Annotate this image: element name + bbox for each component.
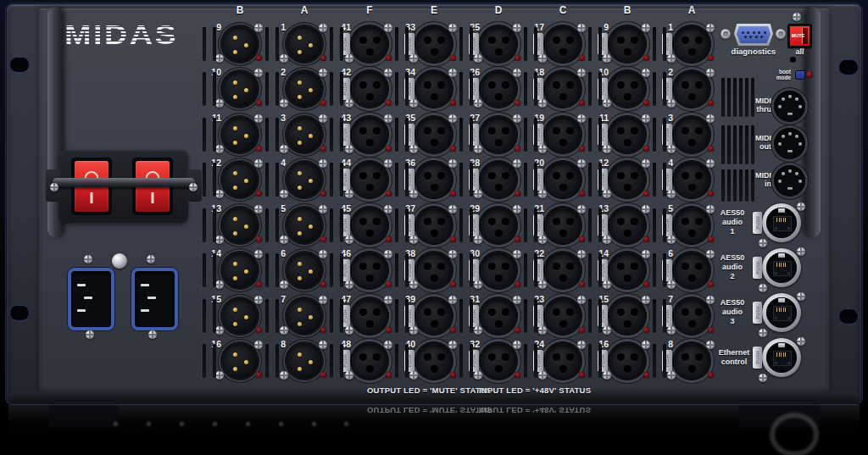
- aes50-audio-port-3[interactable]: [762, 293, 801, 332]
- input-led-note: INPUT LED = '+48V' STATUS: [479, 386, 591, 395]
- xlr-female-connector[interactable]: [481, 26, 516, 62]
- xlr-female-connector[interactable]: [416, 117, 452, 153]
- xlr-female-connector[interactable]: [481, 252, 516, 288]
- push-tab[interactable]: PUSH: [753, 257, 762, 279]
- xlr-hole: [488, 172, 496, 180]
- xlr-female-connector[interactable]: [545, 26, 581, 62]
- xlr-female-connector[interactable]: [674, 208, 709, 243]
- xlr-hole: [373, 263, 381, 270]
- xlr-female-connector[interactable]: [416, 298, 452, 334]
- xlr-female-connector[interactable]: [352, 298, 387, 334]
- screw-icon: [474, 236, 482, 244]
- xlr-female-connector[interactable]: [416, 208, 452, 243]
- xlr-female-connector[interactable]: [545, 208, 581, 243]
- status-led: [579, 327, 585, 333]
- xlr-female-connector[interactable]: [481, 298, 516, 334]
- xlr-male-connector[interactable]: [222, 26, 258, 62]
- xlr-male-connector[interactable]: [222, 298, 258, 334]
- xlr-female-connector[interactable]: [352, 26, 387, 62]
- xlr-male-connector[interactable]: [222, 117, 258, 153]
- mute-all-button[interactable]: MUTE: [788, 25, 811, 47]
- xlr-female-connector[interactable]: [545, 162, 581, 197]
- xlr-female-connector[interactable]: [609, 252, 645, 288]
- mute-button-label: MUTE: [791, 33, 805, 38]
- xlr-female-connector[interactable]: [545, 71, 581, 107]
- xlr-hole: [359, 127, 367, 135]
- xlr-male-connector[interactable]: [287, 117, 322, 153]
- xlr-female-connector[interactable]: [481, 117, 516, 153]
- xlr-hole: [566, 81, 574, 89]
- xlr-female-connector[interactable]: [352, 343, 387, 379]
- xlr-female-connector[interactable]: [609, 117, 645, 153]
- xlr-female-connector[interactable]: [674, 162, 709, 197]
- diagnostics-port[interactable]: [734, 24, 773, 46]
- xlr-female-connector[interactable]: [674, 298, 709, 334]
- xlr-female-connector[interactable]: [609, 208, 645, 243]
- xlr-male-connector[interactable]: [287, 208, 322, 243]
- xlr-female-connector[interactable]: [674, 117, 709, 153]
- xlr-female-connector[interactable]: [545, 298, 581, 334]
- midi-din-port[interactable]: [774, 128, 805, 159]
- xlr-male-connector[interactable]: [287, 252, 322, 288]
- xlr-male-connector[interactable]: [222, 162, 258, 197]
- xlr-female-connector[interactable]: [481, 71, 516, 107]
- output-led-note: OUTPUT LED = 'MUTE' STATUS: [367, 386, 492, 395]
- xlr-cell: 39PUSH: [400, 293, 468, 339]
- xlr-hole: [682, 308, 689, 316]
- xlr-female-connector[interactable]: [416, 343, 452, 379]
- push-tab[interactable]: PUSH: [753, 212, 762, 234]
- aes50-audio-port-1[interactable]: [762, 203, 801, 242]
- screw-icon: [280, 371, 288, 380]
- xlr-male-connector[interactable]: [222, 343, 258, 379]
- xlr-female-connector[interactable]: [609, 162, 645, 197]
- xlr-male-connector[interactable]: [222, 208, 258, 243]
- aes50-audio-port-2[interactable]: [762, 248, 801, 287]
- xlr-male-connector[interactable]: [287, 162, 322, 197]
- xlr-female-connector[interactable]: [674, 252, 709, 288]
- xlr-female-connector[interactable]: [674, 26, 709, 62]
- xlr-male-connector[interactable]: [287, 298, 322, 334]
- vent-slot: [340, 208, 343, 242]
- xlr-female-connector[interactable]: [352, 252, 387, 288]
- xlr-female-connector[interactable]: [481, 162, 516, 197]
- screw-icon: [384, 296, 392, 304]
- xlr-female-connector[interactable]: [416, 71, 452, 107]
- xlr-female-connector[interactable]: [674, 343, 709, 379]
- push-tab[interactable]: PUSH: [753, 347, 762, 369]
- push-tab[interactable]: PUSH: [753, 302, 762, 324]
- xlr-cell: 9: [206, 21, 274, 67]
- xlr-female-connector[interactable]: [416, 252, 452, 288]
- xlr-male-connector[interactable]: [222, 71, 258, 107]
- xlr-female-connector[interactable]: [352, 208, 387, 243]
- xlr-female-connector[interactable]: [609, 298, 645, 334]
- xlr-male-connector[interactable]: [287, 343, 322, 379]
- midi-din-port[interactable]: [774, 165, 805, 197]
- vent-slot: [213, 344, 216, 378]
- xlr-female-connector[interactable]: [416, 162, 452, 197]
- xlr-pin: [298, 276, 302, 280]
- ethernet-control-port[interactable]: [762, 338, 801, 377]
- reset-pinhole[interactable]: [790, 57, 796, 63]
- xlr-female-connector[interactable]: [545, 343, 581, 379]
- xlr-female-connector[interactable]: [352, 117, 387, 153]
- boot-mode-button[interactable]: [795, 70, 805, 80]
- boot-mode-label-line1: boot: [759, 69, 791, 75]
- midi-label-line1: MIDI: [748, 97, 771, 105]
- midi-din-port[interactable]: [774, 91, 805, 122]
- xlr-female-connector[interactable]: [609, 71, 645, 107]
- din-pin: [778, 105, 782, 108]
- xlr-female-connector[interactable]: [545, 117, 581, 153]
- xlr-hole: [366, 230, 374, 237]
- xlr-female-connector[interactable]: [609, 26, 645, 62]
- xlr-male-connector[interactable]: [287, 71, 322, 107]
- xlr-male-connector[interactable]: [222, 252, 258, 288]
- xlr-female-connector[interactable]: [545, 252, 581, 288]
- xlr-female-connector[interactable]: [352, 71, 387, 107]
- xlr-female-connector[interactable]: [416, 26, 452, 62]
- xlr-female-connector[interactable]: [674, 71, 709, 107]
- xlr-female-connector[interactable]: [481, 208, 516, 243]
- xlr-female-connector[interactable]: [481, 343, 516, 379]
- xlr-male-connector[interactable]: [287, 26, 322, 62]
- xlr-female-connector[interactable]: [609, 343, 645, 379]
- xlr-female-connector[interactable]: [352, 162, 387, 197]
